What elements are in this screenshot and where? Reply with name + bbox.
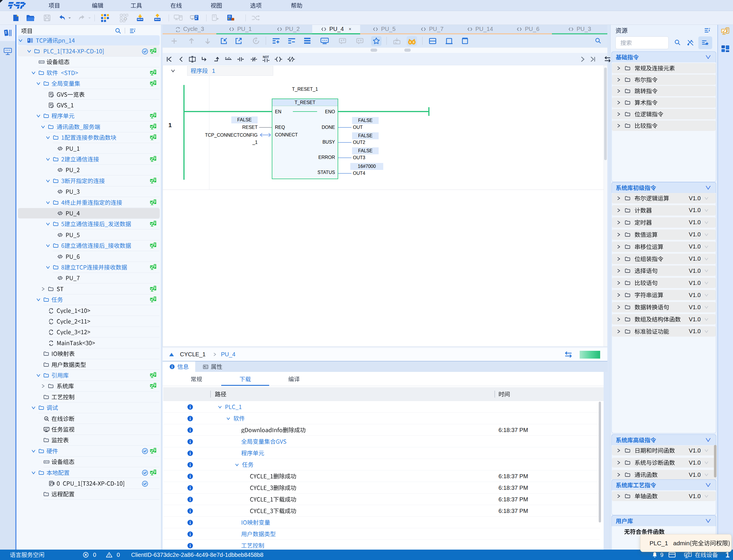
svg-text:NOT: NOT [263, 55, 269, 59]
